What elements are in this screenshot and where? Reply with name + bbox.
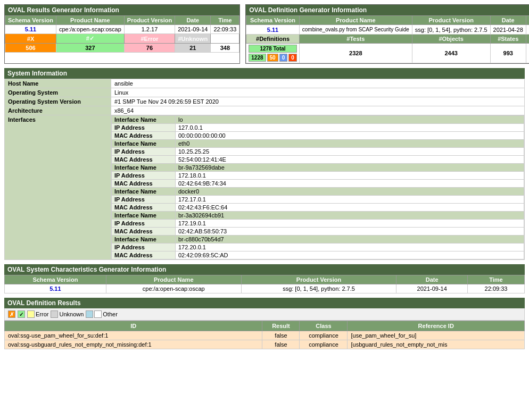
count-unknown-header: #Unknown xyxy=(175,34,211,44)
ip-address-label: IP Address xyxy=(112,124,176,132)
count-other-header: #Other xyxy=(211,34,239,44)
def-objects-count: 2443 xyxy=(412,44,490,63)
host-name-row: Host Name ansible xyxy=(5,79,525,88)
def-header-objects: #Objects xyxy=(412,35,490,44)
def-header-states: #States xyxy=(490,35,526,44)
interface-name-label: Interface Name xyxy=(112,140,176,148)
ip-address-value: 127.0.0.1 xyxy=(176,124,524,132)
os-row: Operating System Linux xyxy=(5,88,525,97)
mac-address-label: MAC Address xyxy=(112,251,176,259)
results-table: ID Result Class Reference ID oval:ssg-us… xyxy=(4,321,525,349)
architecture-value: x86_64 xyxy=(111,106,525,115)
product-name: cpe:/a:open-scap:oscap xyxy=(56,25,125,34)
def-col-time: Time xyxy=(526,16,529,25)
count-check-value: 327 xyxy=(56,44,125,53)
table-row: oval:ssg-use_pam_wheel_for_su:def:1 fals… xyxy=(5,331,525,340)
ip-address-row: IP Address172.17.0.1 xyxy=(112,196,524,204)
count-x-header: #X xyxy=(5,34,56,44)
os-version-label: Operating System Version xyxy=(5,97,111,106)
count-x-value: 506 xyxy=(5,44,56,53)
char-date: 2021-09-14 xyxy=(396,284,468,293)
def-date: 2021-04-28 xyxy=(490,25,526,35)
mac-address-row: MAC Address02:42:09:69:5C:AD xyxy=(112,251,524,259)
oval-def-box: OVAL Definition Generator Information Sc… xyxy=(245,4,529,64)
col-time: Time xyxy=(211,16,239,25)
char-col-time: Time xyxy=(468,275,525,284)
interface-name-label: Interface Name xyxy=(112,188,176,196)
def-header-definitions: #Definitions xyxy=(246,35,300,44)
count-check-header: #✓ xyxy=(56,34,125,44)
mac-address-row: MAC Address02:42:64:9B:74:34 xyxy=(112,180,524,188)
char-product-version: ssg: [0, 1, 54], python: 2.7.5 xyxy=(241,284,396,293)
legend-unknown-icon xyxy=(51,310,58,318)
ip-address-value: 172.19.0.1 xyxy=(176,220,524,228)
mac-address-value: 52:54:00:12:41:4E xyxy=(176,156,524,164)
ip-address-value: 172.17.0.1 xyxy=(176,196,524,204)
interface-name-row: Interface Namebr-9a732569dabe xyxy=(112,164,524,172)
legend-unknown-label: Unknown xyxy=(59,311,84,317)
mac-address-row: MAC Address00:00:00:00:00:00 xyxy=(112,132,524,140)
mac-address-label: MAC Address xyxy=(112,156,176,164)
ip-address-label: IP Address xyxy=(112,243,176,251)
result-value: false xyxy=(262,340,300,349)
char-col-schema: Schema Version xyxy=(5,275,106,284)
legend-other-label: Other xyxy=(103,311,118,317)
interface-name-row: Interface Namebr-3a302694cb91 xyxy=(112,212,524,220)
oval-def-results-title: OVAL Definition Results xyxy=(4,298,525,308)
interface-name-label: Interface Name xyxy=(112,164,176,172)
ip-address-label: IP Address xyxy=(112,148,176,156)
legend-error-icon xyxy=(27,310,35,318)
ip-address-row: IP Address127.0.0.1 xyxy=(112,124,524,132)
mac-address-row: MAC Address02:42:43:F6:EC:64 xyxy=(112,204,524,212)
char-col-product-version: Product Version xyxy=(241,275,396,284)
host-name-value: ansible xyxy=(111,79,525,88)
count-error-header: #Error xyxy=(124,34,175,44)
mac-address-value: 02:42:43:F6:EC:64 xyxy=(176,204,524,212)
schema-version: 5.11 xyxy=(5,25,56,34)
oval-def-title: OVAL Definition Generator Information xyxy=(246,5,529,15)
def-variables-count: 802 xyxy=(526,44,529,63)
interfaces-label: Interfaces xyxy=(5,115,111,260)
architecture-row: Architecture x86_64 xyxy=(5,106,525,115)
mac-address-row: MAC Address02:42:AB:58:50:73 xyxy=(112,228,524,236)
mac-address-label: MAC Address xyxy=(112,180,176,188)
interface-name-value: br-9a732569dabe xyxy=(176,164,524,172)
ip-address-value: 172.20.0.1 xyxy=(176,243,524,251)
interfaces-row: Interfaces Interface NameloIP Address127… xyxy=(5,115,525,260)
res-col-class: Class xyxy=(300,321,348,331)
os-value: Linux xyxy=(111,88,525,97)
def-col-product-name: Product Name xyxy=(299,16,412,25)
mac-address-value: 00:00:00:00:00:00 xyxy=(176,132,524,140)
ip-address-row: IP Address172.19.0.1 xyxy=(112,220,524,228)
time: 22:09:33 xyxy=(211,25,239,34)
legend-unknown-item: Unknown xyxy=(51,310,84,318)
ip-address-value: 10.25.25.25 xyxy=(176,148,524,156)
result-id: oval:ssg-use_pam_wheel_for_su:def:1 xyxy=(5,331,262,340)
interface-name-value: br-c880c70b54d7 xyxy=(176,236,524,243)
ip-address-label: IP Address xyxy=(112,220,176,228)
count-error-value: 76 xyxy=(124,44,175,53)
col-date: Date xyxy=(175,16,211,25)
def-count-orange: 50 xyxy=(267,54,278,62)
result-refid: [use_pam_wheel_for_su] xyxy=(348,331,525,340)
architecture-label: Architecture xyxy=(5,106,111,115)
def-time: 13:41:15 xyxy=(526,25,529,35)
interface-name-value: br-3a302694cb91 xyxy=(176,212,524,220)
result-refid: [usbguard_rules_not_empty_not_mis xyxy=(348,340,525,349)
oval-def-results-section: OVAL Definition Results ✗ ✓ Error Unknow… xyxy=(4,298,525,349)
ip-address-row: IP Address172.18.0.1 xyxy=(112,172,524,180)
interface-name-label: Interface Name xyxy=(112,236,176,243)
ip-address-label: IP Address xyxy=(112,172,176,180)
col-schema: Schema Version xyxy=(5,16,56,25)
legend-other-box xyxy=(86,310,93,318)
os-version-value: #1 SMP Tue Nov 24 09:26:59 EST 2020 xyxy=(111,97,525,106)
char-col-date: Date xyxy=(396,275,468,284)
interface-name-row: Interface Namedocker0 xyxy=(112,188,524,196)
def-product-version: ssg: [0, 1, 54], python: 2.7.5 xyxy=(412,25,490,35)
def-header-variables: #Variables xyxy=(526,35,529,44)
os-version-row: Operating System Version #1 SMP Tue Nov … xyxy=(5,97,525,106)
interface-name-value: docker0 xyxy=(176,188,524,196)
mac-address-label: MAC Address xyxy=(112,132,176,140)
mac-address-value: 02:42:64:9B:74:34 xyxy=(176,180,524,188)
mac-address-label: MAC Address xyxy=(112,204,176,212)
